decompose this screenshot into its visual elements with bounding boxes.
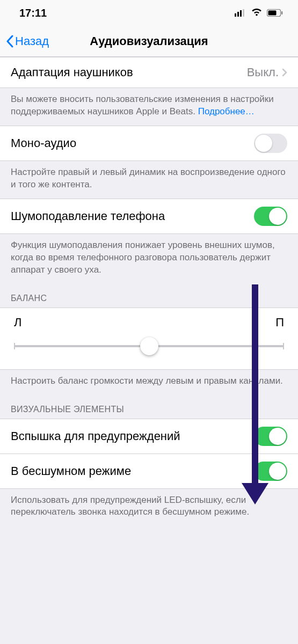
- status-time: 17:11: [19, 7, 47, 19]
- cell-label: Вспышка для предупреждений: [11, 429, 254, 443]
- cell-label: Адаптация наушников: [11, 65, 247, 79]
- status-icons: [235, 7, 283, 19]
- toggle-mono-audio[interactable]: [254, 134, 287, 153]
- chevron-left-icon: [5, 35, 14, 48]
- row-mono-audio: Моно-аудио: [0, 126, 298, 161]
- section-header-visual: ВИЗУАЛЬНЫЕ ЭЛЕМЕНТЫ: [0, 395, 298, 419]
- footer-mono: Настройте правый и левый динамик на восп…: [0, 161, 298, 199]
- section-header-balance: БАЛАНС: [0, 284, 298, 308]
- status-bar: 17:11: [0, 0, 298, 26]
- cell-value: Выкл.: [247, 65, 279, 79]
- learn-more-link[interactable]: Подробнее…: [198, 106, 255, 116]
- back-label: Назад: [15, 34, 49, 48]
- nav-header: Назад Аудиовизуализация: [0, 26, 298, 57]
- svg-rect-2: [240, 10, 242, 17]
- footer-balance: Настроить баланс громкости между левым и…: [0, 370, 298, 395]
- battery-icon: [267, 7, 283, 19]
- svg-rect-1: [237, 12, 239, 17]
- balance-left-label: Л: [14, 316, 21, 330]
- wifi-icon: [251, 7, 263, 19]
- svg-rect-3: [243, 9, 244, 17]
- chevron-right-icon: [282, 68, 287, 77]
- cell-label: Моно-аудио: [11, 136, 254, 150]
- footer-noise: Функция шумоподавления понижает уровень …: [0, 234, 298, 284]
- footer-headphones: Вы можете вносить пользовательские измен…: [0, 88, 298, 126]
- row-headphone-accommodations[interactable]: Адаптация наушников Выкл.: [0, 57, 298, 88]
- back-button[interactable]: Назад: [5, 34, 49, 48]
- svg-rect-5: [268, 10, 277, 15]
- row-noise-cancellation: Шумоподавление телефона: [0, 199, 298, 234]
- toggle-noise-cancellation[interactable]: [254, 207, 287, 226]
- balance-slider-cell: Л П: [0, 308, 298, 370]
- footer-flash: Использовать для предупреждений LED-вспы…: [0, 489, 298, 526]
- page-title: Аудиовизуализация: [90, 34, 208, 48]
- svg-rect-6: [281, 11, 282, 14]
- cell-label: Шумоподавление телефона: [11, 209, 254, 223]
- slider-thumb[interactable]: [140, 337, 158, 355]
- balance-right-label: П: [275, 316, 284, 330]
- cell-label: В бесшумном режиме: [11, 464, 254, 478]
- balance-slider[interactable]: [14, 337, 284, 355]
- cellular-icon: [235, 7, 246, 19]
- row-led-flash: Вспышка для предупреждений: [0, 419, 298, 454]
- svg-rect-0: [235, 13, 236, 17]
- row-flash-on-silent: В бесшумном режиме: [0, 454, 298, 489]
- toggle-led-flash[interactable]: [254, 427, 287, 446]
- toggle-flash-on-silent[interactable]: [254, 462, 287, 481]
